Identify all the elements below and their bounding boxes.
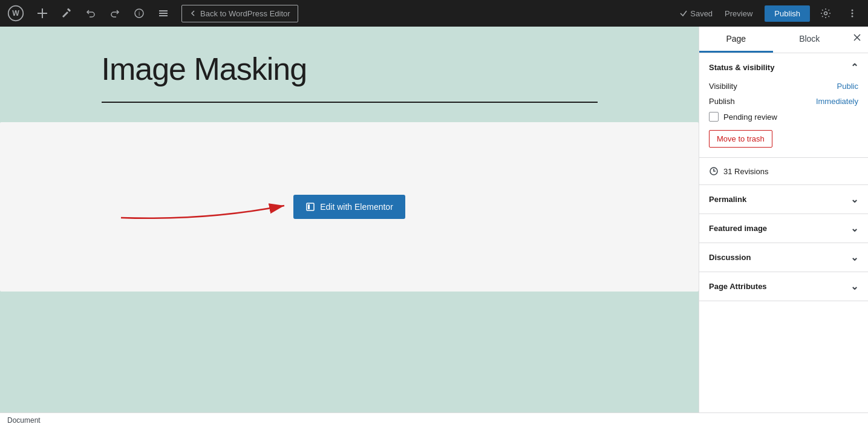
pending-review-row: Pending review [709,112,858,122]
collapse-icon: ⌃ [850,62,858,73]
settings-button[interactable] [815,2,837,24]
editor-area: Image Masking Edit with Elementor [0,27,699,412]
discussion-collapse-icon: ⌄ [850,252,858,263]
tab-block[interactable]: Block [773,27,847,53]
sidebar-tabs: Page Block [699,27,868,53]
pending-review-checkbox[interactable] [709,112,719,122]
publish-value[interactable]: Immediately [816,97,858,106]
featured-image-header[interactable]: Featured image ⌄ [699,214,868,243]
page-title: Image Masking [102,51,598,87]
svg-text:W: W [12,9,19,18]
tab-page[interactable]: Page [699,27,773,53]
wp-logo: W [5,2,27,24]
undo-button[interactable] [80,2,102,24]
svg-point-13 [852,16,853,18]
featured-image-collapse-icon: ⌄ [850,223,858,234]
permalink-collapse-icon: ⌄ [850,194,858,205]
svg-rect-7 [159,10,168,11]
main-layout: Image Masking Edit with Elementor [0,27,868,412]
elementor-block: Edit with Elementor [0,122,699,292]
svg-rect-9 [159,15,168,16]
visibility-value[interactable]: Public [837,82,858,91]
discussion-section: Discussion ⌄ [699,243,868,272]
back-to-wp-editor-button[interactable]: Back to WordPress Editor [181,5,298,22]
svg-point-12 [852,13,853,15]
add-block-button[interactable] [31,2,53,24]
sidebar-close-button[interactable] [846,27,868,48]
arrow-indicator [109,187,302,224]
publish-row: Publish Immediately [709,97,858,106]
page-separator [102,102,598,103]
page-attributes-section: Page Attributes ⌄ [699,272,868,301]
svg-point-11 [852,10,853,11]
sidebar-panel: Page Block Status & visibility ⌃ Visibil… [699,27,868,412]
main-toolbar: W i Back to WordPress Editor Saved Previ… [0,0,868,27]
visibility-row: Visibility Public [709,82,858,91]
svg-point-10 [824,12,827,15]
page-attributes-collapse-icon: ⌄ [850,281,858,292]
tools-button[interactable] [56,2,77,24]
bottom-bar: Document [0,412,868,427]
discussion-header[interactable]: Discussion ⌄ [699,243,868,272]
status-visibility-header[interactable]: Status & visibility ⌃ [699,53,868,82]
publish-button[interactable]: Publish [765,5,810,22]
svg-rect-8 [159,13,168,14]
svg-rect-16 [308,204,310,209]
revisions-icon [709,166,719,176]
svg-rect-3 [38,13,47,14]
more-options-button[interactable] [841,2,863,24]
permalink-section: Permalink ⌄ [699,185,868,214]
permalink-header[interactable]: Permalink ⌄ [699,185,868,214]
saved-status: Saved [679,9,713,18]
redo-button[interactable] [104,2,126,24]
svg-rect-4 [67,8,71,11]
preview-button[interactable]: Preview [717,5,760,22]
page-attributes-header[interactable]: Page Attributes ⌄ [699,272,868,301]
edit-with-elementor-button[interactable]: Edit with Elementor [293,195,405,219]
info-button[interactable]: i [128,2,150,24]
list-view-button[interactable] [152,2,174,24]
status-visibility-section: Status & visibility ⌃ Visibility Public … [699,53,868,158]
move-to-trash-button[interactable]: Move to trash [709,130,772,148]
revisions-row[interactable]: 31 Revisions [699,158,868,185]
svg-rect-15 [307,203,314,210]
featured-image-section: Featured image ⌄ [699,214,868,243]
svg-text:i: i [139,10,140,17]
